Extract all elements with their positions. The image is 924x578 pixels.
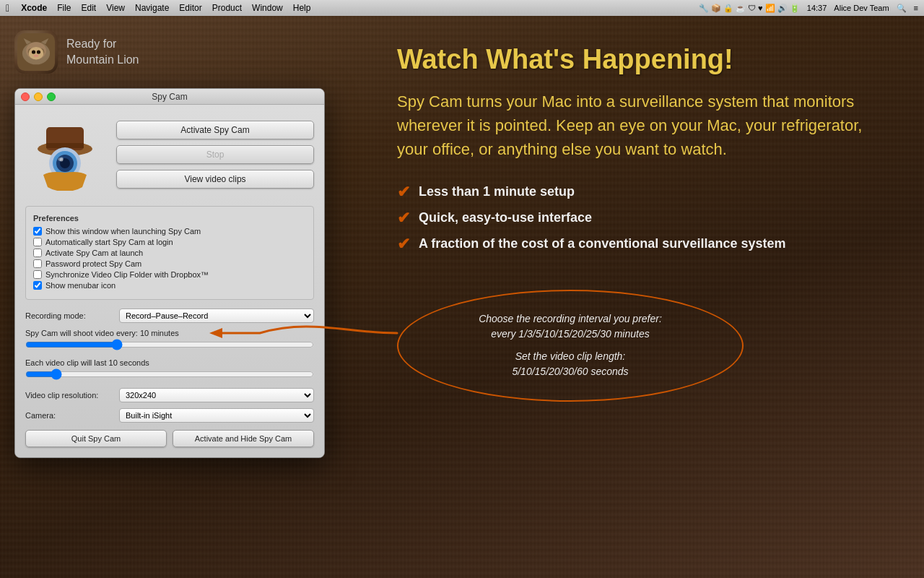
window-title: Spy Cam [152, 92, 187, 102]
activate-spy-cam-button[interactable]: Activate Spy Cam [116, 121, 314, 139]
svg-point-8 [34, 54, 39, 56]
camera-label: Camera: [25, 411, 112, 420]
checkmark-icon-1: ✔ [397, 183, 410, 202]
checkbox-password-input[interactable] [33, 259, 42, 268]
svg-point-5 [29, 47, 44, 59]
oval-text-1: Choose the recording interval you prefer… [479, 311, 662, 342]
oval-text-2: Set the video clip length: 5/10/15/20/30… [512, 349, 628, 379]
preferences-section: Preferences Show this window when launch… [25, 206, 314, 300]
checkbox-auto-start: Automatically start Spy Cam at login [33, 238, 306, 246]
feature-text-3: A fraction of the cost of a conventional… [419, 236, 785, 251]
menu-view[interactable]: View [106, 3, 125, 13]
apple-menu[interactable]:  [6, 2, 9, 14]
menubar:  Xcode File Edit View Navigate Editor P… [0, 0, 924, 16]
view-video-clips-button[interactable]: View video clips [116, 170, 314, 189]
app-name[interactable]: Xcode [21, 3, 47, 13]
minimize-button[interactable] [34, 92, 43, 101]
svg-point-7 [37, 50, 40, 53]
maximize-button[interactable] [47, 92, 56, 101]
buttons-group: Activate Spy Cam Stop View video clips [116, 115, 314, 194]
title-bar: Spy Cam [15, 89, 324, 105]
search-icon[interactable]: 🔍 [897, 4, 907, 13]
headline: Watch What's Happening! [397, 45, 888, 75]
feature-item-3: ✔ A fraction of the cost of a convention… [397, 235, 888, 254]
resolution-select[interactable]: 320x240 [119, 388, 314, 402]
checkbox-show-window-input[interactable] [33, 227, 42, 236]
ml-badge: Ready for Mountain Lion [14, 30, 139, 74]
arrow-svg [202, 304, 404, 362]
oval-container: Choose the recording interval you prefer… [397, 290, 744, 402]
prefs-label: Preferences [33, 214, 306, 223]
svg-marker-20 [209, 328, 222, 338]
quit-button[interactable]: Quit Spy Cam [25, 430, 167, 447]
checkbox-password-label: Password protect Spy Cam [45, 259, 141, 268]
svg-rect-13 [46, 143, 84, 148]
menu-file[interactable]: File [57, 3, 71, 13]
window-content: Activate Spy Cam Stop View video clips P… [15, 105, 324, 457]
menu-editor[interactable]: Editor [179, 3, 201, 13]
features-list: ✔ Less than 1 minute setup ✔ Quick, easy… [397, 183, 888, 254]
left-panel: Ready for Mountain Lion Spy Cam [0, 16, 375, 578]
activate-hide-button[interactable]: Activate and Hide Spy Cam [173, 430, 314, 447]
window-controls [21, 92, 56, 101]
feature-text-1: Less than 1 minute setup [419, 184, 575, 199]
menubar-icons: 🔧 📦 🔒 ☕ 🛡 ♥ 📶 🔊 🔋 [699, 4, 800, 13]
close-button[interactable] [21, 92, 30, 101]
checkbox-auto-start-input[interactable] [33, 238, 42, 246]
checkbox-menubar-input[interactable] [33, 281, 42, 290]
ml-badge-line2: Mountain Lion [66, 52, 139, 68]
checkbox-menubar-label: Show menubar icon [45, 281, 116, 290]
feature-text-2: Quick, easy-to-use interface [419, 210, 592, 225]
camera-select[interactable]: Built-in iSight [119, 408, 314, 423]
menu-edit[interactable]: Edit [81, 3, 96, 13]
checkbox-activate-launch: Activate Spy Cam at launch [33, 249, 306, 257]
checkbox-show-window-label: Show this window when launching Spy Cam [45, 227, 201, 236]
right-panel: Watch What's Happening! Spy Cam turns yo… [375, 16, 924, 578]
ml-badge-text: Ready for Mountain Lion [66, 36, 139, 69]
recording-mode-label: Recording mode: [25, 311, 112, 320]
duration-slider[interactable] [25, 369, 314, 379]
checkmark-icon-3: ✔ [397, 235, 410, 254]
feature-item-1: ✔ Less than 1 minute setup [397, 183, 888, 202]
menu-window[interactable]: Window [252, 3, 283, 13]
menu-help[interactable]: Help [293, 3, 311, 13]
checkbox-show-window: Show this window when launching Spy Cam [33, 227, 306, 236]
checkbox-dropbox: Synchronize Video Clip Folder with Dropb… [33, 270, 306, 279]
svg-point-6 [32, 50, 35, 53]
bottom-buttons: Quit Spy Cam Activate and Hide Spy Cam [25, 430, 314, 447]
ml-badge-line1: Ready for [66, 36, 139, 52]
bottom-info-area: Choose the recording interval you prefer… [397, 290, 888, 402]
main-area: Ready for Mountain Lion Spy Cam [0, 16, 924, 578]
checkbox-auto-start-label: Automatically start Spy Cam at login [45, 238, 173, 246]
checkbox-activate-launch-input[interactable] [33, 249, 42, 257]
spy-cam-logo [25, 115, 105, 194]
resolution-row: Video clip resolution: 320x240 [25, 388, 314, 402]
slider-duration-section: Each video clip will last 10 seconds [25, 358, 314, 382]
stop-button[interactable]: Stop [116, 145, 314, 164]
feature-item-2: ✔ Quick, easy-to-use interface [397, 209, 888, 228]
camera-row: Camera: Built-in iSight [25, 408, 314, 423]
menu-product[interactable]: Product [212, 3, 242, 13]
checkbox-dropbox-label: Synchronize Video Clip Folder with Dropb… [45, 270, 209, 279]
checkmark-icon-2: ✔ [397, 209, 410, 228]
checkbox-password: Password protect Spy Cam [33, 259, 306, 268]
menubar-time: 14:37 [807, 4, 827, 12]
mountain-lion-logo [14, 30, 58, 74]
checkbox-activate-launch-label: Activate Spy Cam at launch [45, 249, 143, 257]
checkbox-menubar: Show menubar icon [33, 281, 306, 290]
top-section: Activate Spy Cam Stop View video clips [25, 115, 314, 194]
checkbox-dropbox-input[interactable] [33, 270, 42, 279]
menubar-right: 🔧 📦 🔒 ☕ 🛡 ♥ 📶 🔊 🔋 14:37 Alice Dev Team 🔍… [699, 4, 918, 13]
resolution-label: Video clip resolution: [25, 391, 112, 400]
menu-navigate[interactable]: Navigate [135, 3, 169, 13]
spy-cam-window: Spy Cam [14, 88, 325, 458]
menubar-user: Alice Dev Team [834, 4, 889, 12]
tagline: Spy Cam turns your Mac into a surveillan… [397, 90, 888, 161]
list-icon[interactable]: ≡ [914, 4, 918, 12]
